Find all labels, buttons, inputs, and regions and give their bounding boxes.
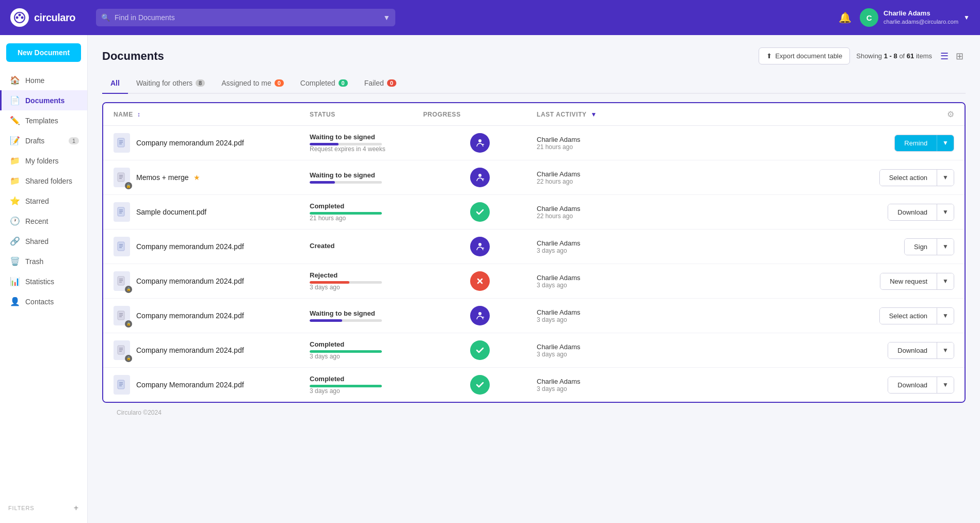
svg-point-14: [478, 174, 481, 177]
sidebar-item-documents[interactable]: 📄 Documents: [0, 90, 87, 110]
action-main-button[interactable]: Download: [888, 204, 937, 220]
sidebar-item-starred[interactable]: ⭐ Starred: [0, 191, 87, 211]
logo[interactable]: circularo: [10, 8, 88, 27]
status-cell: Completed 3 days ago: [310, 375, 423, 395]
notifications-button[interactable]: 🔔: [839, 11, 852, 24]
action-cell: New request ▼: [880, 273, 954, 290]
tab-failed[interactable]: Failed 0: [356, 74, 405, 94]
sidebar-item-templates[interactable]: ✏️ Templates: [0, 110, 87, 130]
list-view-button[interactable]: ☰: [938, 48, 951, 64]
doc-icon: [114, 202, 130, 222]
action-dropdown-button[interactable]: ▼: [937, 273, 954, 289]
user-menu[interactable]: C Charlie Adams charlie.adams@circularo.…: [860, 8, 970, 27]
action-main-button[interactable]: Remind: [895, 135, 937, 151]
sidebar-item-my-folders[interactable]: 📁 My folders: [0, 151, 87, 171]
home-icon: 🏠: [10, 75, 20, 85]
sidebar-item-recent[interactable]: 🕐 Recent: [0, 211, 87, 231]
activity-time: 3 days ago: [537, 316, 879, 323]
activity-time: 3 days ago: [537, 351, 888, 358]
export-button[interactable]: ⬆ Export document table: [759, 47, 850, 64]
progress-avatar: [470, 133, 490, 153]
activity-cell: Charlie Adams 22 hours ago: [537, 205, 888, 220]
progress-avatar: [470, 202, 490, 222]
waiting-badge: 8: [196, 79, 205, 87]
action-dropdown-button[interactable]: ▼: [937, 204, 954, 220]
logo-icon: [10, 8, 29, 27]
tab-assigned[interactable]: Assigned to me 0: [213, 74, 292, 94]
shared-folders-icon: 📁: [10, 176, 20, 186]
col-activity: LAST ACTIVITY ▼: [537, 111, 947, 118]
action-main-button[interactable]: Select action: [880, 308, 937, 324]
status-label: Completed: [310, 340, 423, 348]
tab-all[interactable]: All: [102, 74, 128, 94]
action-main-button[interactable]: Sign: [905, 239, 937, 255]
action-main-button[interactable]: Download: [888, 342, 937, 358]
sidebar-item-home[interactable]: 🏠 Home: [0, 70, 87, 90]
action-dropdown-button[interactable]: ▼: [937, 170, 954, 186]
status-label: Waiting to be signed: [310, 171, 423, 179]
action-cell: Select action ▼: [879, 169, 954, 186]
action-dropdown-button[interactable]: ▼: [937, 135, 954, 151]
lock-icon: 🔒: [125, 320, 132, 328]
sidebar: New Document 🏠 Home 📄 Documents ✏️ Templ…: [0, 35, 88, 523]
tab-completed[interactable]: Completed 0: [292, 74, 356, 94]
action-cell: Select action ▼: [879, 307, 954, 324]
doc-name: Company memorandum 2024.pdf: [136, 312, 244, 320]
progress-cell: [423, 375, 537, 395]
statistics-icon: 📊: [10, 276, 20, 286]
status-cell: Rejected 3 days ago: [310, 271, 423, 291]
tab-waiting[interactable]: Waiting for others 8: [128, 74, 213, 94]
add-filter-button[interactable]: +: [74, 503, 79, 513]
action-cell: Remind ▼: [894, 135, 954, 152]
showing-text: Showing 1 - 8 of 61 items: [856, 52, 932, 60]
copyright-text: Circularo ©2024: [117, 409, 162, 416]
action-dropdown-button[interactable]: ▼: [937, 377, 954, 393]
main-header-right: ⬆ Export document table Showing 1 - 8 of…: [759, 47, 966, 64]
action-main-button[interactable]: Select action: [880, 170, 937, 186]
progress-cell: [423, 306, 537, 325]
action-dropdown-button[interactable]: ▼: [937, 308, 954, 324]
sidebar-item-drafts[interactable]: 📝 Drafts 1: [0, 130, 87, 151]
activity-name: Charlie Adams: [537, 170, 879, 178]
action-main-button[interactable]: Download: [888, 377, 937, 393]
col-status: STATUS: [310, 111, 423, 118]
svg-point-2: [21, 17, 24, 19]
activity-name: Charlie Adams: [537, 378, 888, 385]
doc-name-cell: 🔒 Company memorandum 2024.pdf: [114, 340, 310, 360]
sort-icon[interactable]: ↕: [137, 111, 141, 118]
new-document-button[interactable]: New Document: [6, 43, 81, 62]
activity-name: Charlie Adams: [537, 205, 888, 213]
doc-name-cell: Company memorandum 2024.pdf: [114, 237, 310, 256]
action-main-button[interactable]: New request: [880, 273, 937, 289]
action-dropdown-button[interactable]: ▼: [937, 239, 954, 255]
sidebar-item-trash[interactable]: 🗑️ Trash: [0, 251, 87, 271]
sidebar-item-shared-folders[interactable]: 📁 Shared folders: [0, 171, 87, 191]
col-progress: PROGRESS: [423, 111, 537, 118]
status-sub: 3 days ago: [310, 284, 423, 291]
progress-avatar: [470, 340, 490, 360]
grid-view-button[interactable]: ⊞: [954, 48, 966, 64]
svg-point-24: [478, 243, 481, 246]
activity-cell: Charlie Adams 3 days ago: [537, 274, 880, 289]
export-icon: ⬆: [766, 52, 772, 60]
doc-icon: 🔒: [114, 168, 130, 187]
search-dropdown-icon[interactable]: ▼: [383, 13, 390, 22]
status-label: Waiting to be signed: [310, 309, 423, 317]
table-row: 🔒 Memos + merge ★ Waiting to be signed: [103, 160, 965, 195]
sidebar-item-shared[interactable]: 🔗 Shared: [0, 231, 87, 251]
activity-sort-icon[interactable]: ▼: [590, 111, 597, 118]
action-dropdown-button[interactable]: ▼: [937, 342, 954, 358]
activity-time: 3 days ago: [537, 247, 904, 254]
table-settings-button[interactable]: ⚙: [947, 109, 954, 119]
doc-icon: [114, 237, 130, 256]
view-toggle: ☰ ⊞: [938, 48, 966, 64]
documents-table: NAME ↕ STATUS PROGRESS LAST ACTIVITY ▼ ⚙…: [102, 102, 966, 403]
sidebar-item-contacts[interactable]: 👤 Contacts: [0, 291, 87, 312]
progress-avatar: [470, 168, 490, 187]
status-cell: Waiting to be signed Request expires in …: [310, 133, 423, 153]
search-input[interactable]: [96, 9, 395, 26]
sidebar-item-statistics[interactable]: 📊 Statistics: [0, 271, 87, 291]
progress-bar: [310, 181, 382, 184]
activity-name: Charlie Adams: [537, 136, 894, 143]
doc-icon: [114, 375, 130, 395]
